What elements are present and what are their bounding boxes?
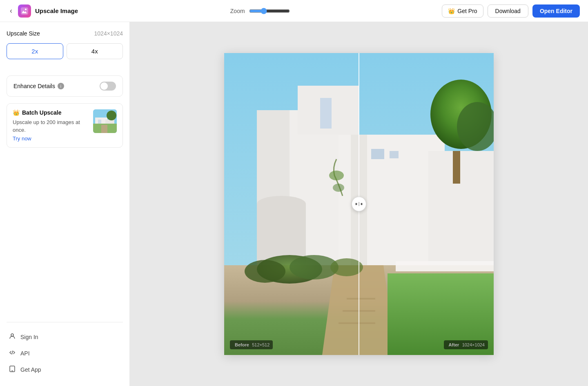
enhance-details-text: Enhance Details xyxy=(13,83,55,89)
batch-thumbnail-image xyxy=(93,109,117,133)
sidebar-footer-item-api[interactable]: API xyxy=(7,345,123,362)
header: ‹ Upscale Image Zoom 👑 Get Pro Download … xyxy=(0,0,588,22)
get-app-label: Get App xyxy=(20,366,41,373)
upscale-size-label: Upscale Size xyxy=(7,30,40,37)
svg-rect-33 xyxy=(453,151,460,184)
header-center: Zoom xyxy=(230,8,290,14)
batch-title: 👑 Batch Upscale xyxy=(13,109,88,116)
before-label: Before 512×512 xyxy=(230,340,273,349)
enhance-details-label: Enhance Details i xyxy=(13,83,64,89)
batch-title-text: Batch Upscale xyxy=(22,109,61,116)
crown-icon: 👑 xyxy=(448,8,455,14)
sidebar-footer: Sign In API Get App xyxy=(7,322,123,378)
upscale-size-value: 1024×1024 xyxy=(94,30,123,37)
open-editor-button[interactable]: Open Editor xyxy=(532,4,580,18)
zoom-slider[interactable] xyxy=(249,8,290,14)
app-icon xyxy=(18,4,31,18)
batch-thumbnail xyxy=(93,109,117,133)
svg-rect-11 xyxy=(11,370,13,371)
batch-info: 👑 Batch Upscale Upscale up to 200 images… xyxy=(13,109,88,142)
svg-rect-19 xyxy=(390,151,399,158)
comparison-handle[interactable] xyxy=(352,197,366,211)
info-icon[interactable]: i xyxy=(58,83,64,89)
download-button[interactable]: Download xyxy=(488,4,528,18)
svg-point-1 xyxy=(25,9,27,10)
upscale-size-row: Upscale Size 1024×1024 xyxy=(7,30,123,37)
svg-rect-36 xyxy=(396,261,494,271)
batch-upscale-card: 👑 Batch Upscale Upscale up to 200 images… xyxy=(7,103,123,148)
main-layout: Upscale Size 1024×1024 2x 4x Enhance Det… xyxy=(0,22,588,386)
svg-rect-7 xyxy=(101,125,107,133)
batch-description: Upscale up to 200 images at once. xyxy=(13,119,80,133)
api-label: API xyxy=(20,350,30,357)
toggle-slider xyxy=(100,82,116,91)
scale-4x-button[interactable]: 4x xyxy=(67,43,123,59)
svg-point-9 xyxy=(11,334,13,336)
svg-rect-18 xyxy=(371,149,384,159)
sign-in-icon xyxy=(8,333,16,341)
canvas-area: Before 512×512 After 1024×1024 xyxy=(130,22,588,386)
page-title: Upscale Image xyxy=(35,7,78,14)
svg-point-8 xyxy=(107,111,116,120)
batch-crown-icon: 👑 xyxy=(13,109,20,116)
get-app-icon xyxy=(8,366,16,374)
after-label: After 1024×1024 xyxy=(444,340,488,349)
sign-in-label: Sign In xyxy=(20,334,38,340)
header-left: ‹ Upscale Image xyxy=(8,4,78,18)
svg-rect-0 xyxy=(21,7,28,15)
back-button[interactable]: ‹ xyxy=(8,5,14,17)
get-pro-label: Get Pro xyxy=(457,8,477,14)
zoom-label: Zoom xyxy=(230,8,245,14)
api-icon xyxy=(8,349,16,357)
scale-buttons: 2x 4x xyxy=(7,43,123,59)
upscale-size-section: Upscale Size 1024×1024 2x 4x xyxy=(7,30,123,67)
get-pro-button[interactable]: 👑 Get Pro xyxy=(442,4,483,18)
svg-rect-16 xyxy=(428,151,494,265)
scale-2x-button[interactable]: 2x xyxy=(7,43,63,59)
enhance-details-row: Enhance Details i xyxy=(7,75,123,97)
sidebar-footer-item-get-app[interactable]: Get App xyxy=(7,362,123,378)
sidebar: Upscale Size 1024×1024 2x 4x Enhance Det… xyxy=(0,22,130,386)
header-right: 👑 Get Pro Download Open Editor xyxy=(442,4,580,18)
image-before xyxy=(224,53,359,355)
batch-try-link[interactable]: Try now xyxy=(13,135,88,142)
sidebar-footer-item-sign-in[interactable]: Sign In xyxy=(7,329,123,345)
enhance-details-toggle[interactable] xyxy=(100,82,116,91)
comparison-container[interactable]: Before 512×512 After 1024×1024 xyxy=(224,53,494,355)
